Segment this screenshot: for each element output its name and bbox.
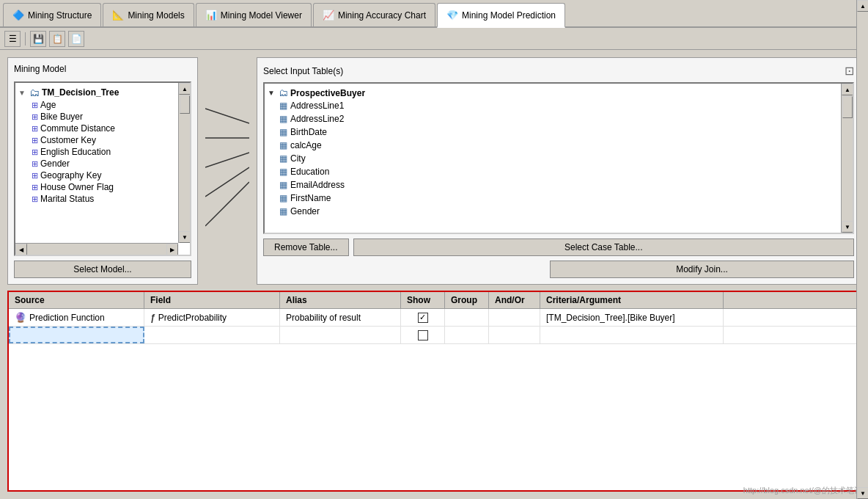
main-scroll-track <box>857 12 868 487</box>
input-item-firstname[interactable]: ▦ FirstName <box>279 192 838 205</box>
connection-lines-svg <box>205 57 249 285</box>
tree-item-customer-key[interactable]: ⊞ Customer Key <box>32 134 175 146</box>
field-icon-geography-key: ⊞ <box>32 171 38 181</box>
input-item-calcage[interactable]: ▦ calcAge <box>279 139 838 152</box>
cell-group-empty[interactable] <box>445 327 489 343</box>
input-item-0-label: AddressLine1 <box>290 101 344 111</box>
input-field-icon-7: ▦ <box>279 193 287 203</box>
cell-criteria-0[interactable]: [TM_Decision_Tree].[Bike Buyer] <box>540 309 724 326</box>
input-item-emailaddress[interactable]: ▦ EmailAddress <box>279 178 838 192</box>
cell-and-or-empty[interactable] <box>489 327 540 343</box>
toolbar-menu-btn[interactable]: ☰ <box>4 31 21 47</box>
field-icon-bike-buyer: ⊞ <box>32 112 38 122</box>
input-field-icon-0: ▦ <box>279 101 287 111</box>
tree-item-gender[interactable]: ⊞ Gender <box>32 158 175 170</box>
tree-root-label: TM_Decision_Tree <box>42 87 119 98</box>
cell-criteria-empty[interactable] <box>540 327 724 343</box>
fx-icon: ƒ <box>150 313 155 323</box>
modify-join-button[interactable]: Modify Join... <box>550 261 854 278</box>
input-item-5-label: Education <box>290 167 329 177</box>
tree-scroll-thumb[interactable] <box>180 95 190 114</box>
tree-hscroll-track <box>27 244 166 255</box>
cell-field-empty[interactable] <box>144 327 280 343</box>
main-content: Mining Model ▼ 🗂 TM_Decision_Tree ⊞ <box>0 50 868 499</box>
cell-show-empty[interactable] <box>401 327 445 343</box>
table-row: 🔮 Prediction Function ƒ PredictProbabili… <box>9 309 859 327</box>
show-checkbox-unchecked[interactable] <box>418 330 428 340</box>
cell-field-0[interactable]: ƒ PredictProbability <box>144 309 280 326</box>
tree-item-bike-buyer[interactable]: ⊞ Bike Buyer <box>32 111 175 123</box>
tree-root-node[interactable]: ▼ 🗂 TM_Decision_Tree <box>18 86 175 99</box>
cell-source-0[interactable]: 🔮 Prediction Function <box>9 309 144 326</box>
main-scroll-down-btn[interactable]: ▼ <box>857 487 868 499</box>
tree-item-marital-status[interactable]: ⊞ Marital Status <box>32 193 175 205</box>
tree-item-commute-distance[interactable]: ⊞ Commute Distance <box>32 123 175 134</box>
field-icon-commute-distance: ⊞ <box>32 124 38 134</box>
input-scroll-down-btn[interactable]: ▼ <box>842 221 853 233</box>
select-model-button[interactable]: Select Model... <box>14 261 191 278</box>
tree-item-english-education[interactable]: ⊞ English Education <box>32 146 175 158</box>
tab-mining-model-viewer[interactable]: 📊 Mining Model Viewer <box>196 3 312 26</box>
app-container: 🔷 Mining Structure 📐 Mining Models 📊 Min… <box>0 0 868 499</box>
select-case-table-button[interactable]: Select Case Table... <box>353 238 855 256</box>
tab-mining-accuracy-chart[interactable]: 📈 Mining Accuracy Chart <box>313 3 435 26</box>
svg-line-4 <box>205 182 249 226</box>
input-item-birthdate[interactable]: ▦ BirthDate <box>279 125 838 139</box>
toolbar-copy-btn[interactable]: 📋 <box>49 31 65 47</box>
input-item-gender[interactable]: ▦ Gender <box>279 205 838 218</box>
input-item-7-label: FirstName <box>290 193 331 203</box>
tab-bar: 🔷 Mining Structure 📐 Mining Models 📊 Min… <box>0 0 868 28</box>
input-scroll-up-btn[interactable]: ▲ <box>842 84 853 95</box>
input-vscrollbar: ▲ ▼ <box>841 84 853 233</box>
cell-source-empty[interactable] <box>9 327 144 343</box>
input-item-addressline1[interactable]: ▦ AddressLine1 <box>279 99 838 112</box>
table-icon: 🗂 <box>29 87 40 98</box>
tab-mining-model-prediction[interactable]: 💎 Mining Model Prediction <box>437 3 565 28</box>
tree-children: ⊞ Age ⊞ Bike Buyer ⊞ Commute Distance <box>32 99 175 205</box>
tab-mining-structure-label: Mining Structure <box>28 10 92 21</box>
cell-alias-empty[interactable] <box>280 327 401 343</box>
tree-item-house-owner-flag[interactable]: ⊞ House Owner Flag <box>32 181 175 193</box>
input-item-city[interactable]: ▦ City <box>279 152 838 165</box>
main-scroll-up-btn[interactable]: ▲ <box>857 0 868 12</box>
maximize-icon[interactable]: ⊡ <box>845 64 854 78</box>
table-row-empty <box>9 327 859 344</box>
input-item-8-label: Gender <box>290 206 320 216</box>
toolbar-sep-1 <box>25 32 26 45</box>
cell-and-or-0[interactable] <box>489 309 540 326</box>
cell-show-0[interactable]: ✓ <box>401 309 445 326</box>
tab-mining-models[interactable]: 📐 Mining Models <box>103 3 194 26</box>
field-icon-customer-key: ⊞ <box>32 136 38 145</box>
input-scroll-thumb[interactable] <box>842 96 853 118</box>
svg-line-0 <box>205 109 249 123</box>
tab-mining-models-label: Mining Models <box>128 10 184 21</box>
toolbar-page-btn[interactable]: 📄 <box>68 31 84 47</box>
toolbar-save-btn[interactable]: 💾 <box>30 31 46 47</box>
tab-mining-structure[interactable]: 🔷 Mining Structure <box>3 3 101 26</box>
cell-alias-0[interactable]: Probability of result <box>280 309 401 326</box>
cell-group-0[interactable] <box>445 309 489 326</box>
input-table-root[interactable]: ▼ 🗂 ProspectiveBuyer <box>268 87 838 99</box>
show-checkbox-checked-0[interactable]: ✓ <box>418 313 428 323</box>
input-item-addressline2[interactable]: ▦ AddressLine2 <box>279 112 838 125</box>
input-item-2-label: BirthDate <box>290 127 327 137</box>
mining-model-prediction-icon: 💎 <box>446 10 458 21</box>
tree-item-english-education-label: English Education <box>40 147 111 157</box>
tree-item-house-owner-flag-label: House Owner Flag <box>40 182 114 192</box>
tree-hscroll-right-btn[interactable]: ▶ <box>166 244 178 255</box>
tree-item-customer-key-label: Customer Key <box>40 135 96 145</box>
tree-item-age[interactable]: ⊞ Age <box>32 99 175 111</box>
remove-table-button[interactable]: Remove Table... <box>263 238 349 256</box>
mining-model-title: Mining Model <box>14 64 191 74</box>
input-list-content: ▼ 🗂 ProspectiveBuyer ▦ AddressLine1 ▦ <box>265 84 841 221</box>
tree-item-geography-key[interactable]: ⊞ Geography Key <box>32 170 175 181</box>
tree-hscroll-left-btn[interactable]: ◀ <box>15 244 27 255</box>
mining-models-icon: 📐 <box>112 10 124 21</box>
input-item-6-label: EmailAddress <box>290 180 345 190</box>
input-table-root-label: ProspectiveBuyer <box>290 88 365 98</box>
input-table-panel: Select Input Table(s) ⊡ ▼ 🗂 ProspectiveB… <box>257 57 861 285</box>
tree-scroll-down-btn[interactable]: ▼ <box>179 231 191 243</box>
input-table-buttons: Remove Table... Select Case Table... <box>263 238 854 256</box>
tree-scroll-up-btn[interactable]: ▲ <box>179 83 191 95</box>
input-item-education[interactable]: ▦ Education <box>279 165 838 178</box>
